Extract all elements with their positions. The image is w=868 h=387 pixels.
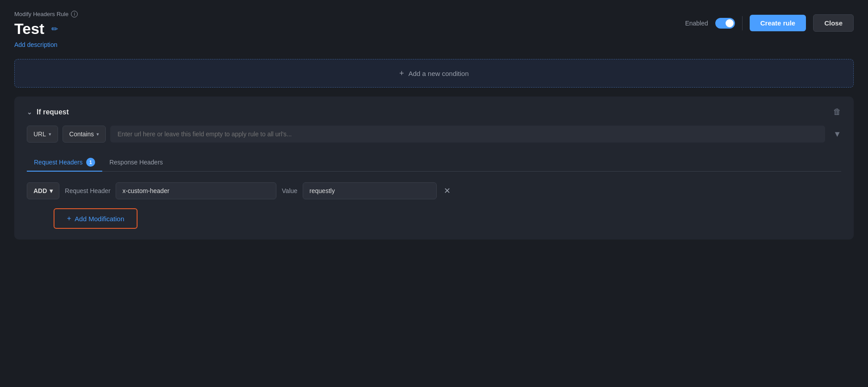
plus-icon: + xyxy=(399,69,404,78)
action-label: ADD xyxy=(33,187,47,194)
url-type-caret: ▾ xyxy=(49,131,51,137)
enabled-toggle[interactable] xyxy=(715,18,735,29)
edit-icon[interactable]: ✏ xyxy=(51,24,58,34)
condition-type-caret: ▾ xyxy=(96,131,99,137)
add-condition-label: Add a new condition xyxy=(409,70,469,77)
url-type-dropdown[interactable]: URL ▾ xyxy=(27,126,58,143)
action-dropdown[interactable]: ADD ▾ xyxy=(27,182,59,199)
request-block-header: ⌄ If request 🗑 xyxy=(27,107,841,117)
tab-request-headers-label: Request Headers xyxy=(34,159,83,166)
tab-request-headers-badge: 1 xyxy=(86,158,95,167)
close-button[interactable]: Close xyxy=(813,14,854,32)
rule-label: Modify Headers Rule i xyxy=(14,11,78,17)
tab-response-headers-label: Response Headers xyxy=(109,159,163,166)
add-condition-bar[interactable]: + Add a new condition xyxy=(14,59,854,88)
add-modification-label: Add Modification xyxy=(75,215,124,223)
tab-response-headers[interactable]: Response Headers xyxy=(102,154,170,170)
url-row: URL ▾ Contains ▾ ▼ xyxy=(27,126,841,143)
condition-type-dropdown[interactable]: Contains ▾ xyxy=(63,126,106,143)
request-header-input[interactable] xyxy=(116,182,276,199)
header-area: Modify Headers Rule i Test ✏ Add descrip… xyxy=(14,11,854,48)
page-title: Test xyxy=(14,20,44,38)
header-divider xyxy=(742,16,743,30)
remove-modification-icon[interactable]: ✕ xyxy=(444,186,451,196)
url-type-label: URL xyxy=(33,130,46,138)
add-modification-button[interactable]: + Add Modification xyxy=(54,208,138,229)
header-right: Enabled Create rule Close xyxy=(685,14,854,32)
add-description-link[interactable]: Add description xyxy=(14,41,78,48)
header-left: Modify Headers Rule i Test ✏ Add descrip… xyxy=(14,11,78,48)
create-rule-button[interactable]: Create rule xyxy=(750,15,806,31)
filter-icon[interactable]: ▼ xyxy=(833,130,841,139)
action-caret: ▾ xyxy=(50,187,53,194)
add-mod-plus-icon: + xyxy=(67,215,71,223)
enabled-label: Enabled xyxy=(685,20,708,27)
title-row: Test ✏ xyxy=(14,20,78,38)
value-label: Value xyxy=(282,187,297,194)
rule-label-text: Modify Headers Rule xyxy=(14,11,68,17)
tabs-row: Request Headers 1 Response Headers xyxy=(27,153,841,172)
request-block-header-left: ⌄ If request xyxy=(27,108,69,116)
delete-request-block-icon[interactable]: 🗑 xyxy=(833,107,841,117)
request-block: ⌄ If request 🗑 URL ▾ Contains ▾ ▼ Reques… xyxy=(14,97,854,240)
modification-row: ADD ▾ Request Header Value ✕ xyxy=(27,182,841,199)
request-block-title: If request xyxy=(37,108,69,116)
info-icon[interactable]: i xyxy=(71,11,78,17)
tab-request-headers[interactable]: Request Headers 1 xyxy=(27,153,102,171)
value-input[interactable] xyxy=(303,182,437,199)
request-header-label: Request Header xyxy=(65,187,110,194)
url-input[interactable] xyxy=(110,126,825,143)
condition-type-label: Contains xyxy=(69,130,94,138)
chevron-down-icon[interactable]: ⌄ xyxy=(27,109,32,116)
